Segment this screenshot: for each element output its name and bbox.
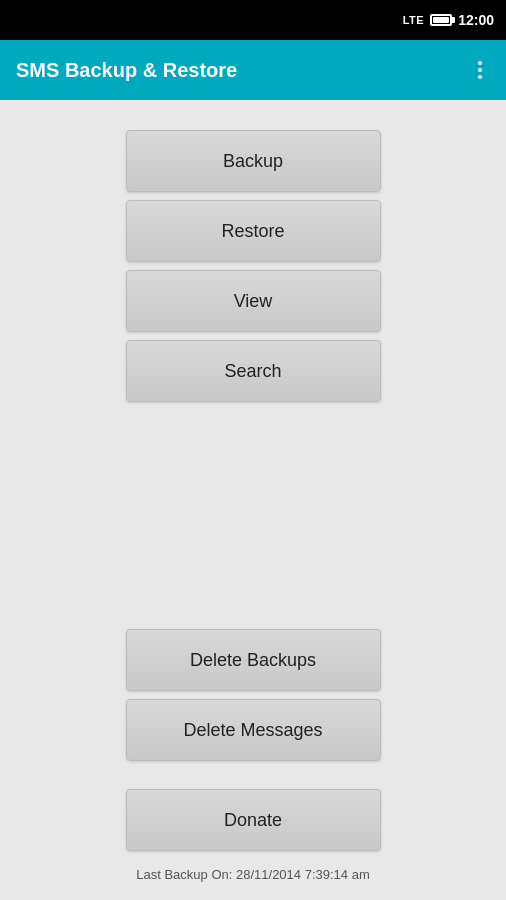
app-title: SMS Backup & Restore bbox=[16, 59, 237, 82]
toolbar: SMS Backup & Restore bbox=[0, 40, 506, 100]
secondary-button-group: Delete Backups Delete Messages bbox=[0, 629, 506, 769]
restore-button[interactable]: Restore bbox=[126, 200, 381, 262]
last-backup-text: Last Backup On: 28/11/2014 7:39:14 am bbox=[136, 867, 369, 882]
battery-icon bbox=[430, 14, 452, 26]
view-button[interactable]: View bbox=[126, 270, 381, 332]
overflow-dot-1 bbox=[478, 61, 482, 65]
network-indicator: LTE bbox=[403, 14, 424, 26]
overflow-dot-3 bbox=[478, 75, 482, 79]
status-bar: LTE 12:00 bbox=[0, 0, 506, 40]
primary-button-group: Backup Restore View Search bbox=[0, 130, 506, 410]
delete-messages-button[interactable]: Delete Messages bbox=[126, 699, 381, 761]
donate-section: Donate Last Backup On: 28/11/2014 7:39:1… bbox=[0, 789, 506, 890]
main-content: Backup Restore View Search Delete Backup… bbox=[0, 100, 506, 900]
overflow-menu-button[interactable] bbox=[470, 53, 490, 87]
backup-button[interactable]: Backup bbox=[126, 130, 381, 192]
status-bar-right: LTE 12:00 bbox=[403, 12, 494, 28]
overflow-dot-2 bbox=[478, 68, 482, 72]
search-button[interactable]: Search bbox=[126, 340, 381, 402]
status-time: 12:00 bbox=[458, 12, 494, 28]
donate-button[interactable]: Donate bbox=[126, 789, 381, 851]
battery-fill bbox=[433, 17, 449, 23]
delete-backups-button[interactable]: Delete Backups bbox=[126, 629, 381, 691]
